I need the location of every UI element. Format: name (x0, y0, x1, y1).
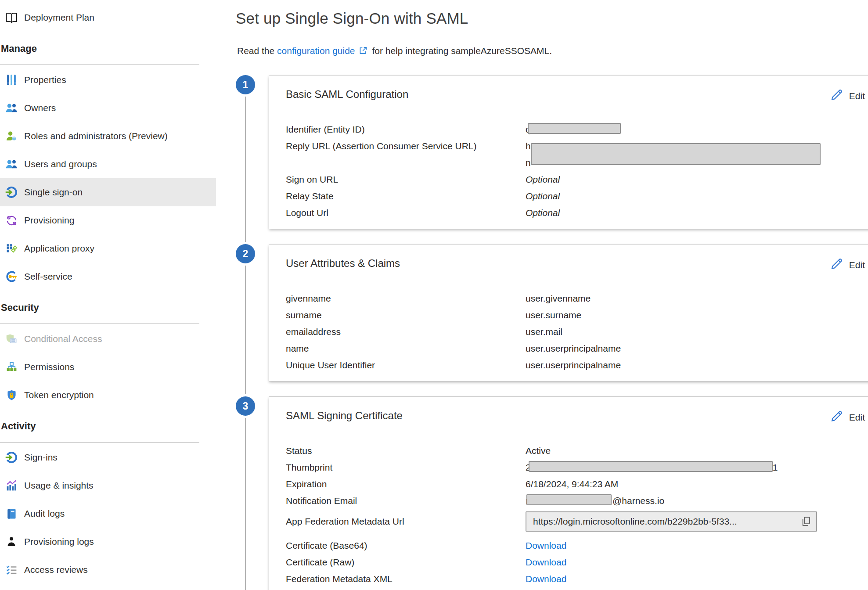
expiration-value: 6/18/2024, 9:44:23 AM (526, 476, 861, 493)
sidebar-item-label: Sign-ins (24, 452, 58, 463)
properties-icon (4, 73, 18, 87)
edit-signing-certificate-button[interactable]: Edit (829, 409, 865, 425)
edit-basic-saml-button[interactable]: Edit (829, 88, 865, 104)
token-encryption-icon (4, 388, 18, 402)
thumbprint-row: Thumbprint 21 (286, 459, 861, 476)
claim-value: user.givenname (526, 290, 861, 307)
certificate-raw-row: Certificate (Raw) Download (286, 554, 861, 571)
roles-administrators-icon (4, 129, 18, 143)
sidebar-item-application-proxy[interactable]: Application proxy (0, 234, 216, 263)
permissions-icon (4, 360, 18, 374)
sidebar-item-label: Provisioning logs (24, 536, 94, 547)
sign-ins-icon (4, 450, 18, 464)
step-3: 3 SAML Signing Certificate Edit Status A… (236, 396, 868, 590)
sidebar-item-properties[interactable]: Properties (0, 66, 216, 94)
claim-name: Unique User Identifier (286, 357, 526, 374)
sidebar-item-provisioning[interactable]: Provisioning (0, 206, 216, 234)
users-groups-icon (4, 157, 18, 171)
field-value: Optional (526, 188, 861, 205)
field-label: Expiration (286, 476, 526, 493)
field-label: Status (286, 442, 526, 459)
book-icon (4, 11, 18, 25)
edit-label: Edit (849, 412, 865, 423)
app-federation-metadata-url-input[interactable]: https://login.microsoftonline.com/b229b2… (526, 511, 817, 532)
card-title: SAML Signing Certificate (286, 409, 861, 422)
metadata-url-cell: https://login.microsoftonline.com/b229b2… (526, 511, 861, 532)
sidebar-item-audit-logs[interactable]: Audit logs (0, 500, 216, 528)
edit-user-attributes-button[interactable]: Edit (829, 257, 865, 273)
sidebar-item-users-groups[interactable]: Users and groups (0, 150, 216, 178)
configuration-guide-link[interactable]: configuration guide (277, 46, 355, 56)
thumbprint-value-redacted: 21 (526, 459, 861, 476)
edit-pencil-icon (829, 257, 843, 273)
sidebar-item-permissions[interactable]: Permissions (0, 353, 216, 381)
sidebar-item-roles-administrators[interactable]: Roles and administrators (Preview) (0, 122, 216, 150)
sidebar-item-single-sign-on[interactable]: Single sign-on (0, 178, 216, 206)
usage-insights-icon (4, 478, 18, 493)
provisioning-icon (4, 213, 18, 227)
sidebar-item-label: Owners (24, 103, 56, 113)
step-3-badge: 3 (236, 396, 255, 416)
sidebar-section-security: Security (0, 291, 199, 324)
copy-icon[interactable] (800, 516, 812, 527)
subtitle-prefix: Read the (237, 46, 277, 56)
page-title: Set up Single Sign-On with SAML (236, 10, 868, 27)
sidebar-item-sign-ins[interactable]: Sign-ins (0, 443, 216, 471)
sidebar: Deployment Plan Manage Properties Owners… (0, 0, 216, 590)
sidebar-item-token-encryption[interactable]: Token encryption (0, 381, 216, 409)
claim-value: user.userprincipalname (526, 357, 861, 374)
field-label: Certificate (Base64) (286, 537, 526, 554)
redacted-fragment: @harness.io (612, 496, 664, 506)
user-attributes-claims-card: User Attributes & Claims Edit givenname … (269, 244, 868, 381)
claim-value: user.surname (526, 307, 861, 324)
field-label: Certificate (Raw) (286, 554, 526, 571)
field-value: Optional (526, 205, 861, 221)
redaction-box (529, 461, 773, 472)
claim-name: emailaddress (286, 324, 526, 340)
redaction-box (528, 123, 621, 134)
step-2: 2 User Attributes & Claims Edit givennam… (236, 244, 868, 381)
download-federation-metadata-xml-link[interactable]: Download (526, 574, 566, 584)
sidebar-item-label: Application proxy (24, 243, 94, 254)
edit-pencil-icon (829, 88, 843, 104)
logout-url-row: Logout Url Optional (286, 205, 861, 221)
reply-url-row: Reply URL (Assertion Consumer Service UR… (286, 138, 861, 171)
claim-name: surname (286, 307, 526, 324)
redacted-fragment: n (526, 155, 531, 171)
sidebar-item-label: Token encryption (24, 390, 94, 400)
expiration-row: Expiration 6/18/2024, 9:44:23 AM (286, 476, 861, 493)
notification-email-row: Notification Email r@harness.io (286, 493, 861, 509)
sidebar-item-usage-insights[interactable]: Usage & insights (0, 471, 216, 500)
federation-metadata-xml-row: Federation Metadata XML Download (286, 571, 861, 587)
main-content: Set up Single Sign-On with SAML Read the… (216, 0, 868, 590)
sidebar-item-self-service[interactable]: Self-service (0, 263, 216, 291)
metadata-url-text: https://login.microsoftonline.com/b229b2… (533, 513, 797, 530)
claim-value: user.mail (526, 324, 861, 340)
sso-setup-steps: 1 Basic SAML Configuration Edit Identifi… (216, 75, 868, 590)
external-link-icon[interactable] (358, 47, 368, 57)
step-1: 1 Basic SAML Configuration Edit Identifi… (236, 75, 868, 229)
field-label: Federation Metadata XML (286, 571, 526, 587)
audit-logs-icon (4, 507, 18, 521)
field-value: Optional (526, 171, 861, 188)
download-certificate-base64-link[interactable]: Download (526, 540, 566, 550)
single-sign-on-icon (4, 185, 18, 199)
sidebar-item-owners[interactable]: Owners (0, 94, 216, 122)
claim-row: emailaddress user.mail (286, 324, 861, 340)
edit-label: Edit (849, 91, 865, 101)
saml-signing-certificate-card: SAML Signing Certificate Edit Status Act… (269, 396, 868, 590)
sign-on-url-row: Sign on URL Optional (286, 171, 861, 188)
sidebar-item-access-reviews[interactable]: Access reviews (0, 556, 216, 584)
notification-email-redacted: r@harness.io (526, 493, 861, 509)
step-1-badge: 1 (236, 75, 255, 94)
redacted-fragment: 1 (773, 462, 778, 472)
basic-saml-rows: Identifier (Entity ID) q Reply URL (Asse… (286, 121, 861, 221)
sidebar-item-deployment-plan[interactable]: Deployment Plan (0, 4, 216, 32)
download-certificate-raw-link[interactable]: Download (526, 557, 566, 567)
sidebar-section-manage: Manage (0, 32, 199, 65)
sidebar-item-provisioning-logs[interactable]: Provisioning logs (0, 528, 216, 556)
redaction-box (526, 494, 612, 505)
field-label: Reply URL (Assertion Consumer Service UR… (286, 138, 526, 171)
basic-saml-configuration-card: Basic SAML Configuration Edit Identifier… (269, 75, 868, 229)
certificate-rows: Status Active Thumbprint 21 Expiration 6… (286, 442, 861, 587)
